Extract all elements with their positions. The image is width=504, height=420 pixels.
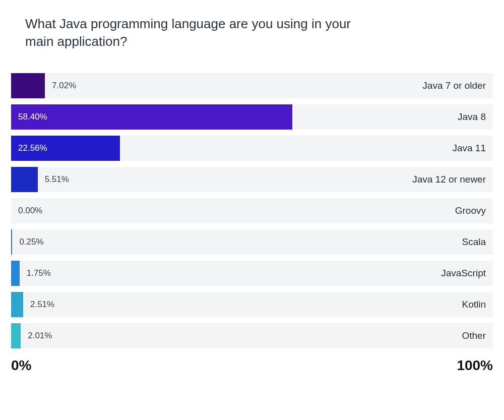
bar-percent-label: 7.02% xyxy=(52,81,76,91)
bar-fill xyxy=(11,167,38,192)
bar-fill xyxy=(11,73,45,98)
bar-category-label: JavaScript xyxy=(441,268,493,279)
bar-category-label: Java 8 xyxy=(458,111,493,123)
chart-container: What Java programming language are you u… xyxy=(0,0,504,384)
bar-percent-label: 2.51% xyxy=(30,299,54,310)
bar-percent-label: 5.51% xyxy=(45,174,69,185)
bar-row: 1.75%JavaScript xyxy=(11,261,493,286)
bar-category-label: Other xyxy=(462,330,493,341)
axis-max-label: 100% xyxy=(457,357,493,374)
bar-percent-label: 58.40% xyxy=(11,112,47,122)
bar-percent-label: 0.25% xyxy=(19,237,43,247)
x-axis: 0% 100% xyxy=(10,348,494,374)
bar-percent-label: 22.56% xyxy=(11,143,47,153)
bar-category-label: Java 11 xyxy=(452,143,493,154)
bar-percent-label: 2.01% xyxy=(28,331,52,341)
bar-category-label: Kotlin xyxy=(462,299,493,310)
bar-row: 7.02%Java 7 or older xyxy=(11,73,493,98)
bar-fill xyxy=(11,104,292,130)
bar-fill xyxy=(11,292,23,317)
chart-title: What Java programming language are you u… xyxy=(10,15,373,50)
bar-row: 58.40%Java 8 xyxy=(11,104,493,130)
bar-list: 7.02%Java 7 or older58.40%Java 822.56%Ja… xyxy=(10,73,494,348)
bar-row: 2.51%Kotlin xyxy=(11,292,493,317)
bar-row: 5.51%Java 12 or newer xyxy=(11,167,493,192)
bar-percent-label: 1.75% xyxy=(27,268,51,278)
bar-category-label: Groovy xyxy=(455,205,493,216)
bar-row: 22.56%Java 11 xyxy=(11,136,493,161)
bar-category-label: Scala xyxy=(462,236,493,248)
bar-category-label: Java 12 or newer xyxy=(412,174,493,185)
bar-category-label: Java 7 or older xyxy=(422,80,493,91)
axis-min-label: 0% xyxy=(11,357,31,374)
bar-row: 2.01%Other xyxy=(11,323,493,348)
bar-row: 0.00%Groovy xyxy=(11,198,493,223)
bar-row: 0.25%Scala xyxy=(11,229,493,255)
bar-fill xyxy=(11,323,21,348)
bar-fill xyxy=(11,229,12,255)
bar-fill xyxy=(11,261,20,286)
bar-percent-label: 0.00% xyxy=(18,206,42,216)
